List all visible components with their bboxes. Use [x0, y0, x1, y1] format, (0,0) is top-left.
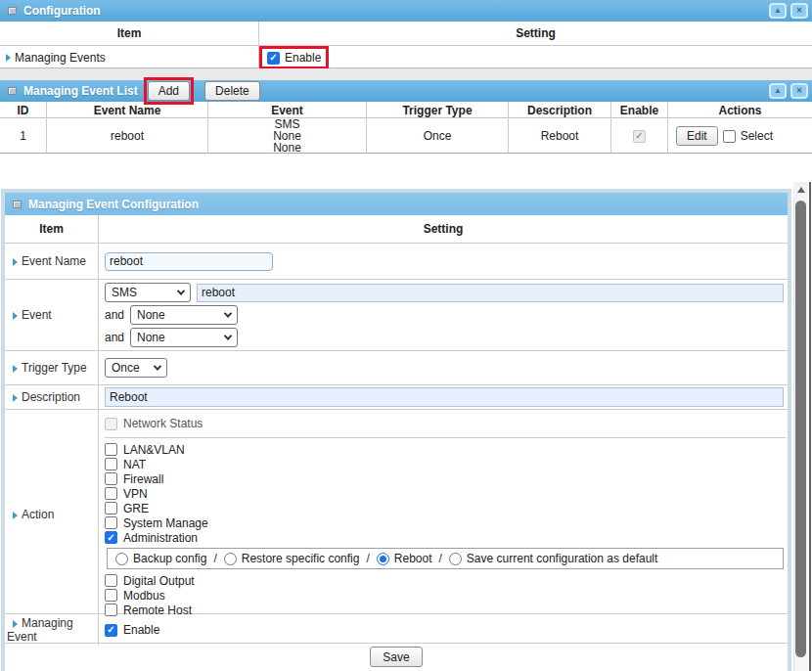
delete-button[interactable]: Delete — [204, 81, 260, 101]
backup-config-radio[interactable] — [115, 553, 128, 565]
event-name-label-cell: Event Name — [5, 244, 99, 279]
event-label: Event — [22, 308, 52, 322]
select-value: Once — [112, 361, 140, 375]
nat-checkbox[interactable] — [105, 458, 117, 470]
column-header-setting: Setting — [99, 215, 788, 243]
column-header-event-name: Event Name — [47, 102, 208, 118]
event-sms-value-input[interactable]: reboot — [197, 284, 784, 302]
action-label: Action — [22, 508, 54, 521]
column-header-trigger-type: Trigger Type — [367, 102, 509, 118]
row-enable-checkbox: ✓ — [633, 130, 646, 143]
reboot-radio[interactable] — [377, 553, 389, 565]
event-type-select[interactable]: SMS — [105, 283, 191, 302]
cell-actions: Edit Select — [668, 118, 812, 154]
managing-events-enable-checkbox[interactable]: ✓ — [267, 52, 280, 65]
arrow-bullet-icon — [13, 312, 18, 320]
restore-specific-config-radio[interactable] — [224, 553, 237, 565]
column-header-item: Item — [0, 22, 259, 45]
close-button[interactable]: ✕ — [790, 3, 808, 19]
firewall-checkbox[interactable] — [105, 472, 117, 485]
select-value: SMS — [112, 286, 137, 299]
chevron-down-icon — [177, 287, 185, 294]
select-checkbox[interactable] — [723, 130, 736, 143]
check-icon: ✓ — [107, 625, 114, 635]
check-icon: ✓ — [107, 533, 114, 543]
managing-event-enable-checkbox[interactable]: ✓ — [105, 624, 117, 637]
checkbox-label: Administration — [123, 531, 198, 545]
cell-description: Reboot — [509, 118, 611, 154]
save-row: Save — [5, 644, 788, 667]
gre-checkbox[interactable] — [105, 502, 117, 514]
digital-output-checkbox[interactable] — [105, 574, 117, 587]
event-row: Event SMS reboot and None and None — [5, 280, 788, 351]
scroll-up-button[interactable] — [793, 182, 808, 198]
save-button[interactable]: Save — [370, 647, 422, 667]
chevron-down-icon — [224, 309, 232, 317]
managing-event-label-cell: Managing Event — [5, 614, 99, 646]
collapse-button[interactable]: ▲ — [769, 83, 787, 99]
cell-event-name: reboot — [47, 118, 208, 154]
column-header-enable: Enable — [611, 102, 668, 118]
checkbox-label: Digital Output — [123, 574, 195, 588]
event-name-input[interactable]: reboot — [105, 252, 273, 271]
collapse-icon: ▲ — [774, 7, 782, 15]
event-and3-select[interactable]: None — [130, 328, 238, 347]
radio-label: Backup config — [133, 552, 206, 565]
collapse-icon: ▲ — [774, 87, 782, 95]
event-list-row: 1 reboot SMS None None Once Reboot ✓ Edi… — [0, 118, 812, 154]
event-and2-select[interactable]: None — [130, 305, 238, 325]
trigger-type-label-cell: Trigger Type — [5, 351, 99, 384]
system-manage-checkbox[interactable] — [105, 516, 117, 529]
close-button[interactable]: ✕ — [790, 83, 808, 99]
lan-vlan-checkbox[interactable] — [105, 443, 117, 456]
chevron-down-icon — [154, 362, 161, 370]
window-icon — [8, 87, 17, 95]
modbus-checkbox[interactable] — [105, 589, 117, 602]
managing-events-row: Managing Events ✓ Enable — [0, 46, 812, 68]
check-icon: ✓ — [269, 53, 277, 63]
separator: / — [213, 552, 216, 565]
radio-label: Reboot — [394, 552, 432, 565]
highlight-box-enable: ✓ Enable — [259, 46, 329, 69]
select-value: None — [137, 331, 165, 344]
select-value: None — [137, 308, 165, 322]
highlight-box-add: Add — [144, 77, 194, 105]
administration-checkbox[interactable]: ✓ — [105, 531, 117, 544]
checkbox-label: System Manage — [123, 516, 208, 530]
arrow-bullet-icon — [13, 512, 18, 519]
panel-title: Managing Event Configuration — [28, 198, 199, 211]
close-icon: ✕ — [796, 87, 803, 95]
add-button[interactable]: Add — [148, 81, 190, 101]
radio-dot-icon — [380, 556, 386, 562]
checkbox-label: Firewall — [123, 472, 163, 486]
separator: / — [366, 552, 369, 565]
managing-events-setting-cell: ✓ Enable — [259, 46, 812, 69]
description-input[interactable]: Reboot — [105, 387, 784, 407]
configuration-column-header: Item Setting — [5, 215, 788, 244]
panel-separator — [0, 68, 812, 80]
arrow-bullet-icon — [6, 54, 11, 62]
arrow-bullet-icon — [13, 394, 18, 402]
trigger-type-select[interactable]: Once — [105, 358, 167, 378]
scrollbar-thumb[interactable] — [795, 201, 806, 657]
trigger-type-row: Trigger Type Once — [5, 351, 788, 385]
column-header-actions: Actions — [668, 102, 812, 118]
chevron-down-icon — [224, 332, 232, 339]
vpn-checkbox[interactable] — [105, 487, 117, 500]
administration-options-box: Backup config / Restore specific config … — [107, 548, 784, 569]
close-icon: ✕ — [796, 7, 803, 15]
column-header-item: Item — [5, 215, 99, 243]
configuration-panel-header: Configuration ▲ ✕ — [0, 0, 812, 22]
edit-button[interactable]: Edit — [676, 126, 718, 146]
action-label-cell: Action — [5, 410, 99, 619]
radio-label: Save current configuration as default — [467, 552, 657, 565]
save-default-radio[interactable] — [449, 553, 462, 565]
check-icon: ✓ — [635, 131, 643, 141]
managing-events-label: Managing Events — [15, 51, 106, 65]
collapse-button[interactable]: ▲ — [769, 3, 787, 19]
checkbox-label: Network Status — [123, 417, 203, 430]
managing-event-row: Managing Event ✓ Enable — [5, 614, 788, 644]
managing-event-configuration-panel: Managing Event Configuration Item Settin… — [1, 189, 791, 671]
separator: / — [439, 552, 442, 565]
column-header-description: Description — [509, 102, 611, 118]
